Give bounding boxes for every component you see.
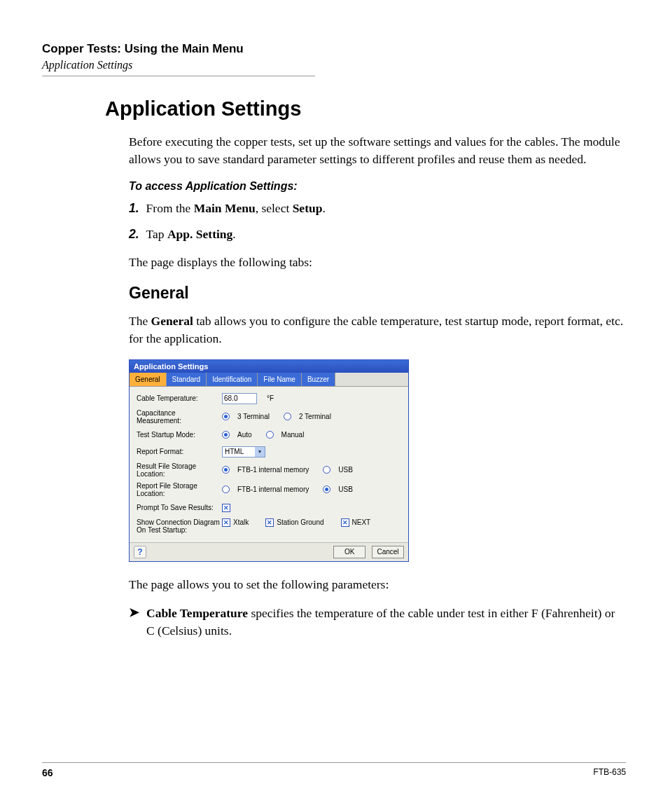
step-number: 2.	[129, 226, 139, 243]
tab-buzzer[interactable]: Buzzer	[302, 373, 335, 386]
tabs-note: The page displays the following tabs:	[129, 254, 626, 271]
radio-result-ftb[interactable]	[222, 466, 230, 474]
step-text: , select	[256, 201, 293, 215]
tab-standard[interactable]: Standard	[167, 373, 207, 386]
radio-label: Auto	[237, 431, 252, 439]
help-icon[interactable]: ?	[134, 546, 146, 558]
label-report-loc: Report File Storage Location:	[137, 482, 222, 497]
label-cap-meas: Capacitance Measurement:	[137, 409, 222, 425]
radio-label: USB	[338, 486, 353, 493]
radio-label: FTB-1 internal memory	[237, 466, 309, 474]
breadcrumb: Application Settings	[42, 59, 626, 71]
document-id: FTB-635	[593, 767, 626, 778]
step-bold: App. Setting	[167, 227, 232, 241]
page-number: 66	[42, 767, 53, 778]
tab-file-name[interactable]: File Name	[258, 373, 302, 386]
cable-temp-unit: °F	[267, 394, 274, 402]
cable-temp-input[interactable]: 68.0	[222, 393, 257, 404]
step-list: 1. From the Main Menu, select Setup. 2. …	[129, 200, 626, 244]
tab-identification[interactable]: Identification	[207, 373, 258, 386]
step-bold: Setup	[293, 201, 323, 215]
step-1: 1. From the Main Menu, select Setup.	[129, 200, 626, 217]
header-rule	[42, 76, 315, 76]
step-text: From the	[146, 201, 194, 215]
radio-label: Manual	[281, 431, 305, 439]
params-intro: The page allows you to set the following…	[129, 576, 626, 593]
radio-label: FTB-1 internal memory	[237, 486, 309, 493]
radio-report-ftb[interactable]	[222, 486, 230, 493]
bullet-bold: Cable Temperature	[146, 606, 248, 620]
step-number: 1.	[129, 200, 139, 217]
radio-label: 2 Terminal	[299, 413, 331, 420]
label-startup: Test Startup Mode:	[137, 431, 222, 439]
select-value: HTML	[225, 448, 244, 455]
check-label: Station Ground	[277, 518, 323, 526]
settings-dialog: Application Settings General Standard Id…	[129, 359, 409, 562]
page-header: Copper Tests: Using the Main Menu Applic…	[42, 42, 626, 76]
step-bold: Main Menu	[194, 201, 256, 215]
check-label: Xtalk	[233, 518, 249, 526]
radio-report-usb[interactable]	[323, 486, 330, 493]
bullet-list: ➤ Cable Temperature specifies the temper…	[129, 605, 626, 640]
dialog-title: Application Settings	[130, 360, 408, 373]
tab-strip: General Standard Identification File Nam…	[130, 373, 408, 387]
label-show-diagram: Show Connection DiagramOn Test Startup:	[137, 518, 222, 534]
checkbox-station-ground[interactable]	[265, 518, 274, 527]
step-text: .	[322, 201, 325, 215]
chapter-title: Copper Tests: Using the Main Menu	[42, 42, 626, 56]
ok-button[interactable]: OK	[333, 546, 366, 558]
radio-label: USB	[338, 466, 353, 474]
radio-3-terminal[interactable]	[222, 413, 230, 420]
checkbox-xtalk[interactable]	[222, 518, 230, 527]
step-text: .	[232, 227, 235, 241]
dialog-footer: ? OK Cancel	[130, 542, 408, 561]
general-paragraph: The General tab allows you to configure …	[129, 312, 626, 348]
step-2: 2. Tap App. Setting.	[129, 226, 626, 243]
chevron-down-icon: ▾	[255, 447, 265, 457]
checkbox-next[interactable]	[341, 518, 349, 527]
radio-result-usb[interactable]	[323, 466, 330, 474]
label-result-loc: Result File Storage Location:	[137, 462, 222, 478]
label-prompt-save: Prompt To Save Results:	[137, 504, 222, 511]
step-text: Tap	[146, 227, 167, 241]
report-format-select[interactable]: HTML ▾	[222, 446, 265, 457]
radio-label: 3 Terminal	[237, 413, 270, 420]
arrow-icon: ➤	[129, 605, 139, 640]
radio-manual[interactable]	[266, 431, 274, 439]
subheading-general: General	[129, 284, 626, 303]
cancel-button[interactable]: Cancel	[372, 546, 404, 558]
list-item: ➤ Cable Temperature specifies the temper…	[129, 605, 626, 640]
radio-2-terminal[interactable]	[284, 413, 291, 420]
intro-paragraph: Before executing the copper tests, set u…	[129, 133, 626, 169]
dialog-panel: Cable Temperature: 68.0 °F Capacitance M…	[130, 387, 408, 542]
check-label: NEXT	[352, 518, 371, 526]
page-title: Application Settings	[105, 97, 626, 121]
page-footer: 66 FTB-635	[42, 762, 626, 778]
checkbox-prompt-save[interactable]	[222, 504, 230, 512]
label-cable-temp: Cable Temperature:	[137, 394, 222, 402]
label-report-fmt: Report Format:	[137, 448, 222, 455]
tab-general[interactable]: General	[130, 373, 167, 386]
procedure-heading: To access Application Settings:	[129, 180, 626, 193]
main-content: Application Settings Before executing th…	[105, 97, 626, 640]
radio-auto[interactable]	[222, 431, 230, 439]
